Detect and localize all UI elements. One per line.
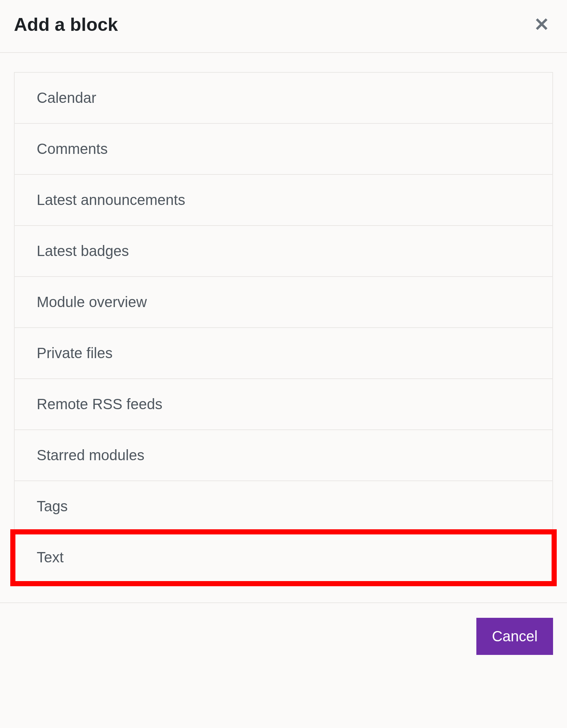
block-item-label: Starred modules [37,447,144,463]
block-item-wrapper: Text [15,532,552,583]
block-item-wrapper: Private files [15,328,552,379]
block-item[interactable]: Latest badges [15,226,552,277]
block-item[interactable]: Starred modules [15,430,552,481]
cancel-button[interactable]: Cancel [476,618,553,655]
block-item-label: Module overview [37,294,147,310]
block-item-wrapper: Latest announcements [15,175,552,226]
add-block-modal: Add a block ✕ CalendarCommentsLatest ann… [0,0,567,669]
block-item-label: Remote RSS feeds [37,396,162,412]
block-item-label: Text [37,549,63,565]
block-item-wrapper: Starred modules [15,430,552,481]
block-item-wrapper: Module overview [15,277,552,328]
block-list: CalendarCommentsLatest announcementsLate… [14,72,553,583]
block-item[interactable]: Comments [15,124,552,175]
close-icon: ✕ [534,14,549,35]
modal-title: Add a block [14,14,118,35]
block-item[interactable]: Calendar [15,73,552,124]
block-item-label: Latest announcements [37,192,185,208]
block-item-wrapper: Comments [15,124,552,175]
block-item[interactable]: Remote RSS feeds [15,379,552,430]
block-item-label: Comments [37,141,108,157]
block-item-wrapper: Latest badges [15,226,552,277]
block-item-wrapper: Tags [15,481,552,532]
modal-footer: Cancel [0,602,567,669]
block-item[interactable]: Text [15,532,552,583]
block-item[interactable]: Tags [15,481,552,532]
block-item[interactable]: Latest announcements [15,175,552,226]
block-item-label: Latest badges [37,243,129,259]
block-item-label: Calendar [37,90,96,106]
close-button[interactable]: ✕ [534,15,549,34]
modal-header: Add a block ✕ [0,0,567,53]
block-item[interactable]: Module overview [15,277,552,328]
block-item-label: Tags [37,498,68,514]
block-item-label: Private files [37,345,113,361]
block-item-wrapper: Calendar [15,73,552,124]
modal-body: CalendarCommentsLatest announcementsLate… [0,53,567,602]
block-item-wrapper: Remote RSS feeds [15,379,552,430]
block-item[interactable]: Private files [15,328,552,379]
